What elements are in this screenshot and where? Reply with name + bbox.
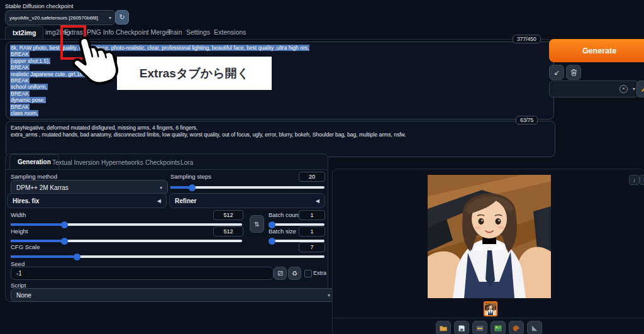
negative-line: EasyNegative, deformed mutated disfigure…	[11, 125, 550, 131]
palette-icon	[513, 325, 519, 331]
subtab-lora[interactable]: Lora	[180, 159, 193, 166]
prompt-token-counter: 377/450	[513, 35, 541, 43]
trash-icon	[570, 69, 577, 76]
prompt-line: BREAK	[10, 77, 30, 84]
hires-fix-label: Hires. fix	[13, 198, 157, 204]
checkpoint-label: Stable Diffusion checkpoint	[5, 3, 73, 9]
ruler-icon	[531, 325, 538, 331]
tab-checkpoint-merger[interactable]: Checkpoint Merger	[116, 28, 172, 36]
cfg-scale-value[interactable]: 7	[299, 242, 325, 252]
cfg-scale-label: CFG Scale	[11, 243, 40, 250]
height-slider[interactable]	[11, 237, 242, 245]
download-image-button[interactable]: ↓	[629, 175, 640, 185]
refiner-accordion[interactable]: Refiner ◀	[169, 193, 325, 208]
swap-dimensions-button[interactable]: ⇅	[250, 215, 264, 233]
read-params-button[interactable]: ↙	[549, 65, 564, 80]
prompt-line: BREAK	[10, 91, 30, 97]
prompt-line: class room,	[10, 110, 38, 116]
prompt-line: 8k, RAW photo, best quality, masterpiece…	[10, 45, 309, 51]
swap-icon: ⇅	[254, 221, 259, 228]
prompt-line: (upper shot:1.5),	[10, 58, 50, 64]
seed-value: -1	[16, 270, 22, 277]
image-icon	[494, 325, 502, 331]
tab-txt2img[interactable]: txt2img	[5, 26, 43, 39]
negative-token-counter: 63/75	[516, 116, 538, 125]
sampling-method-value: DPM++ 2M Karras	[16, 184, 157, 191]
stable-diffusion-webui: Stable Diffusion checkpoint yayoiMix_v20…	[0, 0, 644, 334]
prompt-line: BREAK	[10, 51, 30, 57]
download-icon: ↓	[633, 177, 636, 183]
width-label: Width	[11, 211, 26, 218]
width-slider[interactable]	[11, 221, 242, 228]
generated-image[interactable]	[428, 175, 551, 298]
script-value: None	[16, 292, 325, 299]
send-to-img2img-button[interactable]	[491, 321, 506, 334]
refresh-checkpoint-button[interactable]: ↻	[115, 10, 129, 25]
sampling-steps-value[interactable]: 20	[299, 172, 325, 182]
save-zip-button[interactable]	[472, 321, 487, 334]
reuse-seed-button[interactable]: ♻	[288, 267, 301, 280]
batch-count-value[interactable]: 1	[299, 210, 325, 220]
chevron-down-icon: ▾	[633, 86, 635, 92]
seed-input[interactable]: -1	[11, 267, 274, 280]
dice-icon: ⚂	[277, 270, 283, 277]
collapse-icon: ◀	[316, 198, 319, 204]
extra-seed-label: Extra	[313, 270, 326, 276]
generate-button[interactable]: Generate	[549, 39, 644, 62]
negative-prompt-textarea[interactable]: EasyNegative, deformed mutated disfigure…	[6, 121, 555, 157]
styles-dropdown[interactable]: × ▾	[549, 81, 639, 97]
tab-train[interactable]: Train	[167, 28, 182, 36]
subtab-textual-inversion[interactable]: Textual Inversion	[52, 159, 99, 166]
close-gallery-button[interactable]: ×	[640, 175, 644, 185]
sampling-steps-label: Sampling steps	[170, 173, 211, 180]
negative-line: extra_arms , mutated hands, bad anatomy,…	[11, 131, 550, 138]
open-folder-button[interactable]	[436, 321, 451, 334]
send-to-extras-button[interactable]	[527, 321, 542, 334]
paintbrush-icon	[641, 86, 644, 92]
send-to-inpaint-button[interactable]	[509, 321, 524, 334]
arrow-down-left-icon: ↙	[553, 69, 559, 77]
height-value[interactable]: 512	[213, 226, 243, 237]
prompt-line: dynamic pose,	[10, 97, 46, 103]
edit-styles-button[interactable]	[636, 81, 644, 97]
subtab-generation[interactable]: Generation	[9, 154, 59, 169]
prompt-line: BREAK	[10, 104, 30, 110]
chevron-down-icon: ▾	[160, 185, 162, 191]
clear-styles-icon[interactable]: ×	[619, 85, 628, 93]
tab-extensions[interactable]: Extensions	[214, 28, 246, 36]
subtab-divider	[6, 169, 328, 170]
batch-size-label: Batch size	[269, 228, 296, 235]
tab-settings[interactable]: Settings	[186, 28, 210, 36]
refresh-icon: ↻	[119, 13, 125, 21]
gallery-thumbnail[interactable]	[484, 301, 497, 316]
folder-icon	[440, 325, 447, 331]
batch-count-label: Batch count	[269, 211, 300, 218]
subtab-hypernetworks[interactable]: Hypernetworks	[101, 159, 143, 166]
zip-icon	[476, 325, 484, 331]
subtab-checkpoints[interactable]: Checkpoints	[145, 159, 180, 166]
chevron-down-icon: ▾	[109, 15, 111, 21]
width-value[interactable]: 512	[213, 210, 243, 220]
output-gallery: ↓ ×	[332, 169, 644, 334]
generation-panel: Generation Textual Inversion Hypernetwor…	[5, 153, 328, 302]
floppy-icon	[458, 325, 465, 331]
checkpoint-value: yayoiMix_v20.safetensors [260570b6f8]	[9, 15, 106, 21]
annotation-callout: Extrasタブから開く	[117, 57, 272, 90]
script-dropdown[interactable]: None ▾	[11, 288, 336, 302]
sampling-method-label: Sampling method	[11, 173, 57, 180]
hires-fix-accordion[interactable]: Hires. fix ◀	[7, 193, 167, 208]
clear-prompt-button[interactable]	[566, 65, 581, 80]
save-image-button[interactable]	[454, 321, 469, 334]
sampling-steps-slider[interactable]	[170, 184, 325, 191]
gallery-divider	[333, 318, 644, 318]
refiner-label: Refiner	[175, 198, 316, 204]
chevron-down-icon: ▾	[328, 292, 330, 298]
random-seed-button[interactable]: ⚂	[274, 267, 287, 280]
extra-seed-checkbox[interactable]	[304, 270, 312, 277]
prompt-line: BREAK	[10, 64, 30, 70]
height-label: Height	[11, 228, 28, 235]
checkpoint-dropdown[interactable]: yayoiMix_v20.safetensors [260570b6f8] ▾	[5, 10, 116, 25]
cfg-scale-slider[interactable]	[11, 253, 325, 260]
batch-size-value[interactable]: 1	[299, 226, 325, 237]
prompt-line: school uniform,	[10, 84, 48, 90]
